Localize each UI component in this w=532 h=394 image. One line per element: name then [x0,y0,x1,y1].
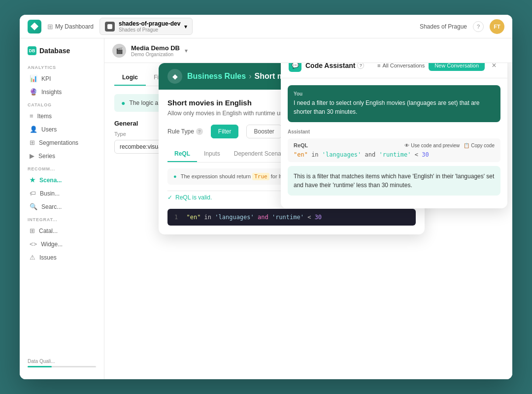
sidebar-item-issues[interactable]: ⚠ Issues [22,251,102,264]
items-label: Items [37,113,52,120]
hint-true-badge: True [252,173,269,180]
db-name: shades-of-prague-dev [119,20,180,27]
snippet-languages: 'languages' [322,151,361,158]
eye-icon: 👁 [404,143,409,148]
code-snippet: "en" in 'languages' and 'runtime' < 30 [294,151,495,158]
check-valid-icon: ✓ [167,194,172,201]
db-icon: DB [28,46,36,55]
br-header-icon: ◆ [167,69,182,84]
tab-logic[interactable]: Logic [114,70,146,86]
user-label: You [294,91,495,97]
hint-prefix: The expression should return [181,173,251,179]
filter-button[interactable]: Filter [211,125,239,138]
help-button[interactable]: ? [473,21,484,32]
main-layout: DB Database ANALYTICS 📊 KPI 🔮 Insights C… [20,38,512,379]
data-quality: Data Quali... [20,355,104,371]
users-label: Users [41,126,57,133]
sidebar-item-segmentations[interactable]: ⊞ Segmentations [22,136,102,149]
rule-type-label: Rule Type ? [167,128,203,135]
br-separator: › [249,72,251,81]
data-quality-label: Data Quali... [28,359,55,364]
db-icon-inner: 🎬 [116,47,123,54]
sidebar: DB Database ANALYTICS 📊 KPI 🔮 Insights C… [20,38,104,379]
br-tab-reql[interactable]: ReQL [167,146,197,162]
insights-label: Insights [41,89,62,96]
assistant-response: This is a filter that matches items whic… [288,166,500,196]
sidebar-item-insights[interactable]: 🔮 Insights [22,85,102,98]
kpi-label: KPI [41,75,51,82]
reql-actions: 👁 Use code and preview 📋 Copy code [404,143,495,148]
sidebar-item-items[interactable]: ≡ Items [22,109,102,123]
chevron-down-icon: ▾ [184,23,187,30]
code-line-number: 1 [174,214,178,221]
widgets-icon: <> [30,240,37,248]
copy-icon: 📋 [464,143,469,148]
reql-bar-header: ReQL 👁 Use code and preview 📋 Copy code [294,142,495,148]
business-icon: 🏷 [30,190,36,197]
code-runtime-var: 'runtime' [272,214,304,221]
snippet-runtime: 'runtime' [379,151,411,158]
sidebar-item-business[interactable]: 🏷 Busin... [22,187,102,200]
code-lt-op: < [307,214,314,221]
snippet-and: and [365,151,379,158]
ca-help-icon[interactable]: ? [357,62,364,69]
media-demo-header: 🎬 Media Demo DB Demo Organization ▾ [104,38,512,63]
sidebar-item-users[interactable]: 👤 Users [22,123,102,136]
media-demo-name: Media Demo DB [131,44,180,52]
user-message: You I need a filter to select only Engli… [288,85,500,122]
analytics-section: ANALYTICS [20,61,104,72]
sidebar-item-series[interactable]: ▶ Series [22,149,102,163]
assistant-label: Assistant [288,129,500,134]
rule-type-help-icon: ? [196,128,203,135]
sidebar-item-scenarios[interactable]: ★ Scena... [22,173,102,187]
booster-button[interactable]: Booster [246,125,281,138]
code-number-30: 30 [315,214,322,221]
search-icon: 🔍 [30,203,37,210]
db-dot-icon [105,22,115,32]
copy-code-button[interactable]: 📋 Copy code [464,143,495,148]
code-languages-var: 'languages' [215,214,254,221]
code-assistant-panel: 💬 Code Assistant ? ≡ All Conversations N… [281,53,507,208]
kpi-icon: 📊 [30,75,37,82]
catalog-label: Catal... [39,228,58,234]
media-demo-chevron-icon[interactable]: ▾ [185,47,188,54]
catalog-section: CATALOG [20,98,104,109]
code-block: 1 "en" in 'languages' and 'runtime' < 30 [167,209,416,226]
scenarios-icon: ★ [30,176,35,184]
items-icon: ≡ [30,112,33,120]
code-and-keyword: and [258,214,272,221]
data-quality-bar [28,366,96,367]
avatar: FT [490,19,504,34]
snippet-string-en: "en" [294,151,308,158]
rule-type-text: Rule Type [167,128,194,135]
db-org: Shades of Prague [119,27,180,33]
valid-text: ReQL is valid. [175,194,212,201]
sidebar-db-label: Database [39,47,70,55]
list-icon: ≡ [377,63,380,68]
br-tab-inputs[interactable]: Inputs [197,146,227,162]
response-text: This is a filter that matches items whic… [294,172,495,190]
issues-label: Issues [39,254,57,261]
br-title-link[interactable]: Business Rules [187,72,246,81]
insights-icon: 🔮 [30,88,37,96]
db-selector[interactable]: shades-of-prague-dev Shades of Prague ▾ [100,18,193,35]
all-conversations-button[interactable]: ≡ All Conversations [377,63,425,68]
all-convos-label: All Conversations [383,63,425,68]
workspace-name: Shades of Prague [420,23,467,30]
top-bar-right: Shades of Prague ? FT [420,19,504,34]
catalog-icon: ⊞ [30,227,35,234]
segmentations-label: Segmentations [39,139,78,146]
dashboard-label: My Dashboard [55,23,94,30]
sidebar-item-widgets[interactable]: <> Widge... [22,237,102,251]
sidebar-item-catalog[interactable]: ⊞ Catal... [22,224,102,237]
widgets-label: Widge... [41,241,63,248]
code-in-keyword: in [204,214,215,221]
my-dashboard[interactable]: ⊞ My Dashboard [47,23,94,31]
copy-label: Copy code [471,143,495,148]
use-code-button[interactable]: 👁 Use code and preview [404,143,460,148]
content-area: ★ Scenarios › Similar Items to Item ▶ Pr… [104,38,512,379]
reql-hint-icon: ● [173,173,177,179]
sidebar-item-search[interactable]: 🔍 Searc... [22,200,102,213]
assistant-section: Assistant ReQL 👁 Use code and preview [288,129,500,196]
sidebar-item-kpi[interactable]: 📊 KPI [22,72,102,85]
